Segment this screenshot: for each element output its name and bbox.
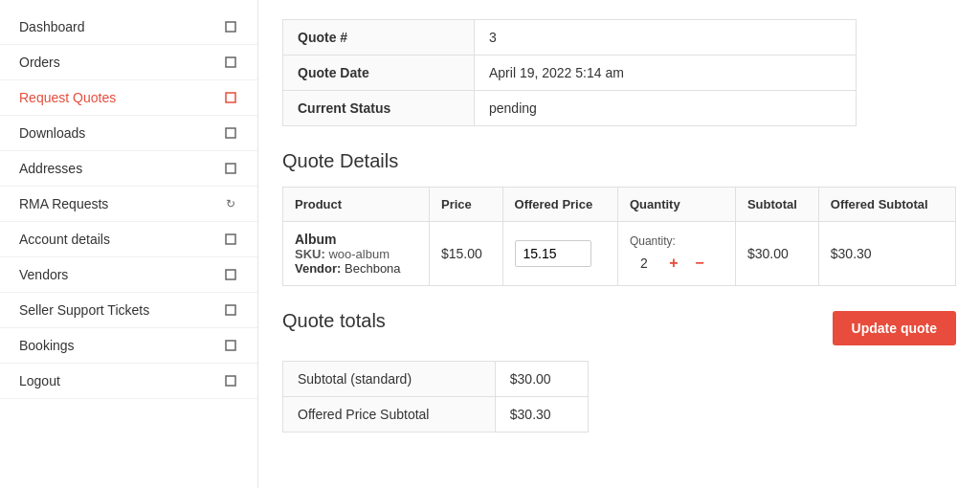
product-cell: Album SKU: woo-album Vendor: Bechbona bbox=[283, 222, 430, 286]
totals-table: Subtotal (standard)$30.00Offered Price S… bbox=[282, 361, 589, 433]
quote-details-title: Quote Details bbox=[282, 150, 956, 172]
sidebar-item-bookings[interactable]: Bookings bbox=[0, 328, 257, 364]
sidebar-item-dashboard[interactable]: Dashboard bbox=[0, 10, 257, 45]
quote-totals-header: Quote totals Update quote bbox=[282, 310, 956, 346]
offered-price-cell bbox=[502, 222, 617, 286]
totals-label: Subtotal (standard) bbox=[283, 362, 496, 397]
sidebar-item-label: Orders bbox=[19, 55, 60, 70]
quote-info-row: Quote #3 bbox=[283, 20, 857, 55]
svg-rect-1 bbox=[226, 57, 235, 67]
quantity-cell: Quantity: 2 + − bbox=[617, 222, 735, 286]
column-header: Subtotal bbox=[735, 188, 818, 222]
sidebar-item-downloads[interactable]: Downloads bbox=[0, 116, 257, 151]
totals-row: Offered Price Subtotal$30.30 bbox=[283, 397, 589, 433]
quantity-decrease-button[interactable]: − bbox=[689, 253, 710, 274]
sidebar-item-label: Request Quotes bbox=[19, 90, 116, 105]
sidebar-item-request-quotes[interactable]: Request Quotes bbox=[0, 80, 257, 116]
sidebar: DashboardOrdersRequest QuotesDownloadsAd… bbox=[0, 0, 258, 488]
table-row: Album SKU: woo-album Vendor: Bechbona $1… bbox=[283, 222, 956, 286]
totals-value: $30.30 bbox=[495, 397, 588, 433]
sidebar-item-label: Logout bbox=[19, 373, 60, 388]
sidebar-item-label: Downloads bbox=[19, 125, 85, 141]
svg-rect-5 bbox=[226, 234, 235, 244]
quantity-label: Quantity: bbox=[630, 234, 676, 248]
square-icon bbox=[223, 267, 238, 282]
column-header: Product bbox=[283, 188, 430, 222]
subtotal-cell: $30.00 bbox=[735, 222, 818, 286]
quote-info-value: 3 bbox=[475, 20, 857, 55]
square-icon bbox=[223, 373, 238, 388]
quote-details-header-row: ProductPriceOffered PriceQuantitySubtota… bbox=[283, 188, 956, 222]
undo-icon: ↻ bbox=[223, 196, 238, 211]
svg-rect-8 bbox=[226, 341, 235, 350]
sidebar-item-label: Addresses bbox=[19, 161, 82, 176]
quote-details-table: ProductPriceOffered PriceQuantitySubtota… bbox=[282, 187, 956, 286]
sidebar-item-seller-support-tickets[interactable]: Seller Support Tickets bbox=[0, 293, 257, 328]
column-header: Offered Subtotal bbox=[818, 188, 955, 222]
quantity-value: 2 bbox=[630, 255, 658, 271]
quote-totals-title: Quote totals bbox=[282, 310, 386, 332]
svg-rect-4 bbox=[226, 164, 235, 173]
offered-subtotal-cell: $30.30 bbox=[818, 222, 955, 286]
square-icon bbox=[223, 55, 238, 70]
sidebar-item-addresses[interactable]: Addresses bbox=[0, 151, 257, 187]
sidebar-item-account-details[interactable]: Account details bbox=[0, 222, 257, 257]
price-cell: $15.00 bbox=[430, 222, 503, 286]
square-icon bbox=[223, 232, 238, 247]
quote-info-label: Quote Date bbox=[283, 55, 475, 91]
quote-info-table: Quote #3Quote DateApril 19, 2022 5:14 am… bbox=[282, 19, 857, 126]
main-content: Quote #3Quote DateApril 19, 2022 5:14 am… bbox=[258, 0, 980, 488]
sidebar-item-logout[interactable]: Logout bbox=[0, 364, 257, 399]
svg-rect-9 bbox=[226, 376, 235, 386]
column-header: Price bbox=[430, 188, 503, 222]
quote-info-value: pending bbox=[475, 91, 857, 126]
sidebar-item-label: Vendors bbox=[19, 267, 68, 282]
sidebar-item-rma-requests[interactable]: RMA Requests↻ bbox=[0, 187, 257, 222]
sidebar-item-label: Account details bbox=[19, 232, 110, 247]
offered-price-input[interactable] bbox=[515, 240, 591, 267]
totals-label: Offered Price Subtotal bbox=[283, 397, 496, 433]
square-icon bbox=[223, 161, 238, 176]
totals-row: Subtotal (standard)$30.00 bbox=[283, 362, 589, 397]
quote-info-label: Quote # bbox=[283, 20, 475, 55]
product-name: Album bbox=[295, 232, 417, 247]
product-vendor: Vendor: Bechbona bbox=[295, 261, 417, 276]
column-header: Quantity bbox=[617, 188, 735, 222]
update-quote-button[interactable]: Update quote bbox=[833, 311, 956, 345]
column-header: Offered Price bbox=[502, 188, 617, 222]
square-icon bbox=[223, 338, 238, 353]
totals-value: $30.00 bbox=[495, 362, 588, 397]
svg-rect-6 bbox=[226, 270, 235, 279]
quote-info-row: Quote DateApril 19, 2022 5:14 am bbox=[283, 55, 857, 91]
svg-rect-0 bbox=[226, 22, 235, 32]
square-icon bbox=[223, 302, 238, 318]
quantity-control: Quantity: 2 + − bbox=[630, 234, 724, 274]
quote-info-value: April 19, 2022 5:14 am bbox=[475, 55, 857, 91]
sidebar-item-label: Bookings bbox=[19, 338, 75, 353]
svg-rect-7 bbox=[226, 305, 235, 315]
square-icon bbox=[223, 125, 238, 141]
product-sku: SKU: woo-album bbox=[295, 247, 417, 261]
quantity-row: 2 + − bbox=[630, 253, 710, 274]
sidebar-item-label: Dashboard bbox=[19, 19, 85, 34]
sidebar-item-vendors[interactable]: Vendors bbox=[0, 257, 257, 293]
quantity-increase-button[interactable]: + bbox=[663, 253, 684, 274]
sidebar-item-label: RMA Requests bbox=[19, 196, 108, 211]
quote-info-label: Current Status bbox=[283, 91, 475, 126]
sidebar-item-label: Seller Support Tickets bbox=[19, 302, 149, 318]
quote-info-row: Current Statuspending bbox=[283, 91, 857, 126]
svg-rect-3 bbox=[226, 128, 235, 138]
square-outline-icon bbox=[223, 90, 238, 105]
sidebar-item-orders[interactable]: Orders bbox=[0, 45, 257, 80]
square-icon bbox=[223, 19, 238, 34]
svg-rect-2 bbox=[226, 93, 235, 102]
